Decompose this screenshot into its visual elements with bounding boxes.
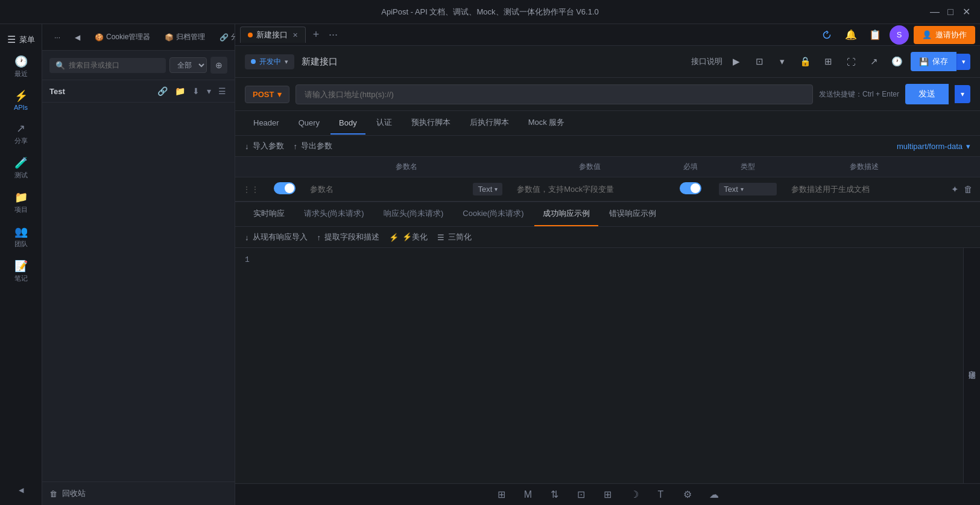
param-enable-toggle[interactable]: [274, 182, 296, 194]
menu-label: 菜单: [19, 34, 35, 45]
notification-btn[interactable]: 🔔: [841, 25, 861, 45]
method-select[interactable]: POST ▾: [245, 86, 289, 103]
list-view-btn[interactable]: ☰: [217, 85, 227, 97]
tab-post-script[interactable]: 后执行脚本: [461, 111, 517, 135]
dropdown-btn[interactable]: ▾: [206, 85, 212, 97]
param-name-input[interactable]: [310, 185, 468, 194]
sidebar-item-team[interactable]: 👥 团队: [0, 220, 42, 255]
sidebar-item-project[interactable]: 📁 项目: [0, 186, 42, 220]
tab-error-example[interactable]: 错误响应示例: [601, 202, 665, 226]
bottom-btn-cloud[interactable]: ☁: [707, 488, 721, 502]
tab-cookie[interactable]: Cookie(尚未请求): [454, 202, 532, 226]
fullscreen-btn[interactable]: ⛶: [842, 52, 860, 71]
close-btn[interactable]: ✕: [962, 8, 970, 16]
sidebar-item-apis[interactable]: ⚡ APIs: [0, 84, 42, 117]
body-type-select[interactable]: multipart/form-data ▾: [897, 142, 970, 151]
api-header-row: 开发中 ▾ 接口说明 ▶ ⊡ ▾ 🔒 ⊞ ⛶ ↗ 🕐 💾: [235, 46, 980, 78]
param-desc-input[interactable]: [791, 185, 937, 194]
split-view-btn[interactable]: ⊡: [750, 52, 768, 71]
tab-query[interactable]: Query: [290, 112, 328, 135]
tab-realtime[interactable]: 实时响应: [245, 202, 293, 226]
user-avatar[interactable]: S: [890, 25, 909, 45]
lock-btn[interactable]: 🔒: [796, 52, 814, 71]
extract-fields-btn[interactable]: ↑ 提取字段和描述: [317, 232, 380, 243]
sidebar-item-recent[interactable]: 🕐 最近: [0, 50, 42, 84]
simplify-btn[interactable]: ☰ 三简化: [437, 232, 472, 243]
sidebar-item-share[interactable]: ↗ 分享: [0, 117, 42, 151]
tab-body[interactable]: Body: [330, 112, 365, 135]
menu-btn[interactable]: ☰ 菜单: [0, 29, 42, 50]
minimize-btn[interactable]: —: [931, 8, 939, 16]
response-code-area[interactable]: 1: [235, 248, 963, 483]
copy-btn[interactable]: ⊞: [819, 52, 837, 71]
bottom-btn-text[interactable]: T: [654, 488, 668, 502]
invite-btn[interactable]: 👤 邀请协作: [914, 26, 975, 44]
filter-select[interactable]: 全部: [169, 57, 207, 73]
collapse-icon: ◀: [19, 486, 24, 494]
tab-auth[interactable]: 认证: [368, 111, 400, 135]
drag-handle[interactable]: ⋮⋮: [242, 185, 259, 194]
search-icon: 🔍: [55, 61, 65, 70]
more-btn[interactable]: ···: [49, 31, 65, 44]
export-btn[interactable]: ↗: [865, 52, 883, 71]
param-value-input[interactable]: [517, 185, 662, 194]
sidebar-item-notes[interactable]: 📝 笔记: [0, 255, 42, 289]
send-dropdown-btn[interactable]: ▾: [955, 85, 970, 103]
import-response-btn[interactable]: ↓ 从现有响应导入: [245, 232, 308, 243]
export-params-btn[interactable]: ↑ 导出参数: [294, 141, 333, 151]
tab-mock[interactable]: Mock 服务: [520, 111, 574, 135]
download-btn[interactable]: ⬇: [191, 85, 201, 97]
tab-header[interactable]: Header: [245, 112, 288, 135]
back-btn[interactable]: ◀: [70, 31, 85, 44]
send-btn[interactable]: 发送: [905, 84, 949, 104]
bottom-btn-moon[interactable]: ☽: [627, 488, 642, 502]
recycle-bin-btn[interactable]: 🗑 回收站: [42, 481, 235, 505]
row-add-btn[interactable]: ✦: [951, 184, 959, 195]
url-input[interactable]: [296, 84, 813, 104]
col-actions: [944, 157, 980, 177]
tab-success-example[interactable]: 成功响应示例: [534, 202, 598, 226]
api-name-input[interactable]: [302, 57, 684, 67]
run-btn[interactable]: ▶: [727, 52, 745, 71]
location-btn[interactable]: ⊕: [210, 57, 227, 74]
bottom-btn-2[interactable]: M: [521, 488, 536, 502]
add-api-btn[interactable]: 📁: [174, 85, 186, 97]
response-code-wrapper: 1 字段描述: [235, 248, 980, 483]
recent-icon: 🕐: [14, 56, 28, 67]
maximize-btn[interactable]: □: [946, 8, 955, 16]
row-delete-btn[interactable]: 🗑: [964, 184, 973, 195]
split-dropdown-icon[interactable]: ▾: [773, 52, 791, 71]
tab-resp-headers[interactable]: 响应头(尚未请求): [375, 202, 452, 226]
bottom-btn-box[interactable]: ⊡: [574, 488, 589, 502]
tab-more-btn[interactable]: ···: [326, 26, 340, 43]
refresh-btn[interactable]: [817, 25, 836, 45]
bottom-btn-split[interactable]: ⇅: [548, 488, 562, 502]
status-badge[interactable]: 开发中 ▾: [245, 54, 294, 69]
bottom-btn-settings[interactable]: ⚙: [680, 488, 695, 502]
body-type-dropdown-icon: ▾: [966, 142, 970, 151]
save-dropdown-btn[interactable]: ▾: [956, 54, 970, 70]
tab-close-btn[interactable]: ✕: [292, 31, 298, 39]
history-btn[interactable]: 🕐: [888, 52, 906, 71]
type-col-dropdown-icon: ▾: [741, 186, 744, 192]
tab-req-headers[interactable]: 请求头(尚未请求): [296, 202, 373, 226]
tab-add-btn[interactable]: +: [308, 27, 324, 43]
tab-new-api[interactable]: 新建接口 ✕: [240, 27, 306, 43]
docs-btn[interactable]: 📋: [865, 25, 885, 45]
param-type-select[interactable]: Text ▾: [473, 183, 502, 195]
add-folder-btn[interactable]: 🔗: [156, 85, 169, 97]
bottom-btn-grid[interactable]: ⊞: [601, 488, 615, 502]
sidebar-collapse-btn[interactable]: ◀: [15, 480, 27, 500]
sidebar-item-test[interactable]: 🧪 测试: [0, 151, 42, 186]
save-btn[interactable]: 💾 保存: [911, 52, 956, 71]
cookie-manager-btn[interactable]: 🍪 Cookie管理器: [90, 30, 155, 45]
import-params-btn[interactable]: ↓ 导入参数: [245, 141, 284, 151]
required-toggle[interactable]: [680, 182, 701, 194]
type-col-select[interactable]: Text ▾: [719, 183, 777, 195]
archive-btn[interactable]: 📦 归档管理: [160, 30, 210, 45]
beautify-btn[interactable]: ⚡ ⚡美化: [389, 232, 428, 243]
bottom-btn-1[interactable]: ⊞: [495, 488, 509, 502]
sidebar-collapse[interactable]: ◀: [15, 480, 27, 500]
search-input[interactable]: [69, 61, 160, 69]
tab-pre-script[interactable]: 预执行脚本: [403, 111, 459, 135]
